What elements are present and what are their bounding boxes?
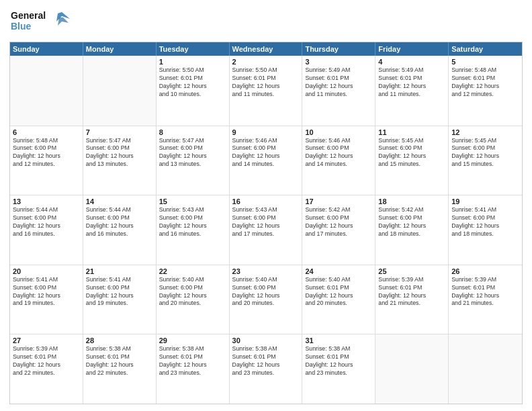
day-info: Sunrise: 5:39 AMSunset: 6:01 PMDaylight:…	[378, 276, 445, 308]
day-info: Sunrise: 5:40 AMSunset: 6:00 PMDaylight:…	[232, 276, 300, 308]
day-number: 2	[232, 58, 300, 66]
cal-cell: 12Sunrise: 5:45 AMSunset: 6:00 PMDayligh…	[449, 126, 522, 195]
day-info: Sunrise: 5:44 AMSunset: 6:00 PMDaylight:…	[86, 206, 153, 238]
cal-cell: 27Sunrise: 5:39 AMSunset: 6:01 PMDayligh…	[10, 334, 83, 404]
day-number: 3	[305, 58, 372, 66]
day-info: Sunrise: 5:39 AMSunset: 6:01 PMDaylight:…	[451, 276, 519, 308]
day-info: Sunrise: 5:46 AMSunset: 6:00 PMDaylight:…	[305, 137, 372, 169]
day-number: 22	[159, 267, 226, 275]
svg-text:Blue: Blue	[11, 21, 32, 32]
day-number: 15	[159, 197, 226, 205]
day-number: 13	[13, 197, 80, 205]
day-info: Sunrise: 5:41 AMSunset: 6:00 PMDaylight:…	[13, 276, 80, 308]
day-number: 31	[305, 336, 372, 345]
header-day-tuesday: Tuesday	[157, 42, 230, 56]
day-number: 27	[13, 336, 80, 345]
day-info: Sunrise: 5:46 AMSunset: 6:00 PMDaylight:…	[232, 137, 300, 169]
cal-cell: 14Sunrise: 5:44 AMSunset: 6:00 PMDayligh…	[83, 195, 157, 265]
cal-cell: 23Sunrise: 5:40 AMSunset: 6:00 PMDayligh…	[230, 265, 303, 334]
cal-cell: 22Sunrise: 5:40 AMSunset: 6:00 PMDayligh…	[157, 265, 230, 334]
day-number: 4	[378, 58, 445, 66]
day-info: Sunrise: 5:38 AMSunset: 6:01 PMDaylight:…	[159, 345, 226, 377]
day-info: Sunrise: 5:42 AMSunset: 6:00 PMDaylight:…	[305, 206, 372, 238]
day-number: 11	[378, 128, 445, 136]
cal-cell: 26Sunrise: 5:39 AMSunset: 6:01 PMDayligh…	[449, 265, 522, 334]
header-day-monday: Monday	[83, 42, 157, 56]
svg-text:General: General	[11, 10, 46, 21]
header-day-thursday: Thursday	[302, 42, 375, 56]
calendar-body: 1Sunrise: 5:50 AMSunset: 6:01 PMDaylight…	[10, 56, 522, 404]
day-info: Sunrise: 5:47 AMSunset: 6:00 PMDaylight:…	[86, 137, 153, 169]
week-row-3: 20Sunrise: 5:41 AMSunset: 6:00 PMDayligh…	[10, 265, 522, 334]
cal-cell: 16Sunrise: 5:43 AMSunset: 6:00 PMDayligh…	[230, 195, 303, 265]
cal-cell: 6Sunrise: 5:48 AMSunset: 6:00 PMDaylight…	[10, 126, 83, 195]
day-info: Sunrise: 5:40 AMSunset: 6:01 PMDaylight:…	[305, 276, 372, 308]
day-number: 25	[378, 267, 445, 275]
cal-cell: 7Sunrise: 5:47 AMSunset: 6:00 PMDaylight…	[83, 126, 157, 195]
day-number: 18	[378, 197, 445, 205]
day-number: 5	[451, 58, 519, 66]
day-info: Sunrise: 5:45 AMSunset: 6:00 PMDaylight:…	[451, 137, 519, 169]
day-info: Sunrise: 5:41 AMSunset: 6:00 PMDaylight:…	[86, 276, 153, 308]
day-number: 8	[159, 128, 226, 136]
calendar: SundayMondayTuesdayWednesdayThursdayFrid…	[9, 42, 523, 404]
day-number: 9	[232, 128, 300, 136]
day-number: 14	[86, 197, 153, 205]
day-number: 20	[13, 267, 80, 275]
day-number: 24	[305, 267, 372, 275]
cal-cell: 20Sunrise: 5:41 AMSunset: 6:00 PMDayligh…	[10, 265, 83, 334]
day-info: Sunrise: 5:49 AMSunset: 6:01 PMDaylight:…	[378, 66, 445, 99]
day-number: 10	[305, 128, 372, 136]
header: General Blue	[9, 7, 523, 38]
day-info: Sunrise: 5:42 AMSunset: 6:00 PMDaylight:…	[378, 206, 445, 238]
cal-cell: 15Sunrise: 5:43 AMSunset: 6:00 PMDayligh…	[157, 195, 230, 265]
day-number: 26	[451, 267, 519, 275]
cal-cell: 10Sunrise: 5:46 AMSunset: 6:00 PMDayligh…	[302, 126, 375, 195]
week-row-1: 6Sunrise: 5:48 AMSunset: 6:00 PMDaylight…	[10, 126, 522, 195]
day-info: Sunrise: 5:45 AMSunset: 6:00 PMDaylight:…	[378, 137, 445, 169]
logo-content: General Blue	[9, 7, 70, 38]
cal-cell: 5Sunrise: 5:48 AMSunset: 6:01 PMDaylight…	[449, 56, 522, 126]
day-info: Sunrise: 5:50 AMSunset: 6:01 PMDaylight:…	[232, 66, 300, 99]
day-info: Sunrise: 5:43 AMSunset: 6:00 PMDaylight:…	[159, 206, 226, 238]
cal-cell: 1Sunrise: 5:50 AMSunset: 6:01 PMDaylight…	[157, 56, 230, 126]
day-info: Sunrise: 5:38 AMSunset: 6:01 PMDaylight:…	[232, 345, 300, 377]
day-number: 21	[86, 267, 153, 275]
cal-cell: 18Sunrise: 5:42 AMSunset: 6:00 PMDayligh…	[375, 195, 449, 265]
day-number: 29	[159, 336, 226, 345]
header-day-sunday: Sunday	[10, 42, 83, 56]
day-info: Sunrise: 5:44 AMSunset: 6:00 PMDaylight:…	[13, 206, 80, 238]
cal-cell: 17Sunrise: 5:42 AMSunset: 6:00 PMDayligh…	[302, 195, 375, 265]
cal-cell	[10, 56, 83, 126]
cal-cell: 19Sunrise: 5:41 AMSunset: 6:00 PMDayligh…	[449, 195, 522, 265]
header-day-friday: Friday	[375, 42, 449, 56]
cal-cell	[83, 56, 157, 126]
cal-cell: 13Sunrise: 5:44 AMSunset: 6:00 PMDayligh…	[10, 195, 83, 265]
day-number: 16	[232, 197, 300, 205]
cal-cell: 3Sunrise: 5:49 AMSunset: 6:01 PMDaylight…	[302, 56, 375, 126]
cal-cell: 21Sunrise: 5:41 AMSunset: 6:00 PMDayligh…	[83, 265, 157, 334]
header-day-wednesday: Wednesday	[230, 42, 303, 56]
day-number: 17	[305, 197, 372, 205]
cal-cell: 29Sunrise: 5:38 AMSunset: 6:01 PMDayligh…	[157, 334, 230, 404]
week-row-2: 13Sunrise: 5:44 AMSunset: 6:00 PMDayligh…	[10, 195, 522, 265]
cal-cell: 25Sunrise: 5:39 AMSunset: 6:01 PMDayligh…	[375, 265, 449, 334]
day-info: Sunrise: 5:40 AMSunset: 6:00 PMDaylight:…	[159, 276, 226, 308]
day-number: 12	[451, 128, 519, 136]
day-info: Sunrise: 5:39 AMSunset: 6:01 PMDaylight:…	[13, 345, 80, 377]
day-info: Sunrise: 5:43 AMSunset: 6:00 PMDaylight:…	[232, 206, 300, 238]
day-info: Sunrise: 5:38 AMSunset: 6:01 PMDaylight:…	[305, 345, 372, 377]
day-number: 19	[451, 197, 519, 205]
day-info: Sunrise: 5:41 AMSunset: 6:00 PMDaylight:…	[451, 206, 519, 238]
page: General Blue SundayMondayTuesdayWednesda…	[0, 0, 532, 411]
day-info: Sunrise: 5:48 AMSunset: 6:01 PMDaylight:…	[451, 66, 519, 99]
cal-cell	[449, 334, 522, 404]
cal-cell: 11Sunrise: 5:45 AMSunset: 6:00 PMDayligh…	[375, 126, 449, 195]
cal-cell: 9Sunrise: 5:46 AMSunset: 6:00 PMDaylight…	[230, 126, 303, 195]
logo: General Blue	[9, 7, 70, 38]
cal-cell: 2Sunrise: 5:50 AMSunset: 6:01 PMDaylight…	[230, 56, 303, 126]
svg-marker-3	[58, 17, 69, 26]
day-number: 23	[232, 267, 300, 275]
week-row-0: 1Sunrise: 5:50 AMSunset: 6:01 PMDaylight…	[10, 56, 522, 126]
calendar-header: SundayMondayTuesdayWednesdayThursdayFrid…	[10, 42, 522, 56]
